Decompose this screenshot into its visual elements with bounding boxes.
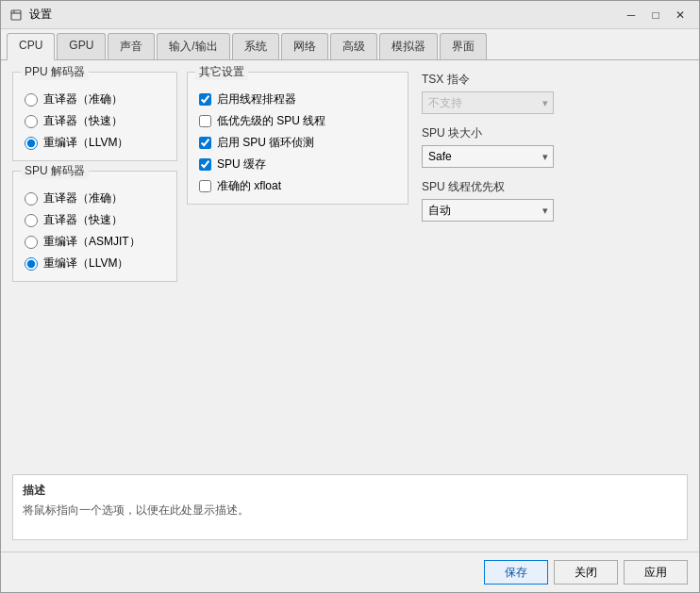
tab-sound[interactable]: 声音 bbox=[108, 33, 155, 59]
spu-priority-select[interactable]: 自动高低 bbox=[422, 199, 554, 222]
description-title: 描述 bbox=[23, 483, 677, 499]
spu-option-interp-precise-label: 直译器（准确） bbox=[43, 190, 123, 206]
spu-block-size-select[interactable]: SafeMegaGiga bbox=[422, 145, 554, 168]
option-accurate-xfloat[interactable]: 准确的 xfloat bbox=[199, 178, 396, 194]
ppu-decoder-label: PPU 解码器 bbox=[21, 64, 89, 80]
ppu-option-interp-fast[interactable]: 直译器（快速） bbox=[25, 113, 165, 129]
description-area: 描述 将鼠标指向一个选项，以便在此处显示描述。 bbox=[12, 474, 688, 540]
maximize-button[interactable]: □ bbox=[644, 5, 667, 25]
ppu-option-recompile-llvm[interactable]: 重编译（LLVM） bbox=[25, 135, 165, 151]
option-accurate-xfloat-label: 准确的 xfloat bbox=[217, 178, 281, 194]
spu-option-recompile-llvm[interactable]: 重编译（LLVM） bbox=[25, 255, 165, 272]
tab-bar: CPU GPU 声音 输入/输出 系统 网络 高级 模拟器 界面 bbox=[1, 29, 699, 60]
option-thread-scheduler[interactable]: 启用线程排程器 bbox=[199, 91, 396, 107]
tab-cpu[interactable]: CPU bbox=[7, 33, 55, 60]
spu-option-interp-fast-label: 直译器（快速） bbox=[43, 212, 123, 228]
tsx-label: TSX 指令 bbox=[422, 72, 554, 88]
ppu-option-interp-precise-label: 直译器（准确） bbox=[43, 91, 123, 107]
spu-priority-wrapper[interactable]: 自动高低 bbox=[422, 199, 554, 222]
option-spu-loop-detect-label: 启用 SPU 循环侦测 bbox=[217, 135, 314, 151]
spu-block-size-wrapper[interactable]: SafeMegaGiga bbox=[422, 145, 554, 168]
ppu-option-recompile-llvm-label: 重编译（LLVM） bbox=[43, 135, 128, 151]
right-panel: TSX 指令 不支持 SPU 块大小 SafeMegaGiga SPU 线程优先… bbox=[422, 72, 554, 222]
option-spu-cache-label: SPU 缓存 bbox=[217, 156, 266, 173]
spu-priority-label: SPU 线程优先权 bbox=[422, 179, 554, 195]
spu-decoder-label: SPU 解码器 bbox=[21, 163, 89, 179]
option-thread-scheduler-label: 启用线程排程器 bbox=[217, 91, 296, 107]
ppu-option-interp-fast-label: 直译器（快速） bbox=[43, 113, 123, 129]
close-button[interactable]: 关闭 bbox=[554, 560, 618, 585]
spu-option-interp-fast[interactable]: 直译器（快速） bbox=[25, 212, 165, 228]
spu-option-recompile-asmjit-label: 重编译（ASMJIT） bbox=[43, 234, 141, 250]
tab-advanced[interactable]: 高级 bbox=[330, 33, 377, 59]
other-settings-label: 其它设置 bbox=[195, 64, 248, 80]
save-button[interactable]: 保存 bbox=[484, 560, 548, 585]
tsx-group: TSX 指令 不支持 bbox=[422, 72, 554, 114]
option-spu-loop-detect[interactable]: 启用 SPU 循环侦测 bbox=[199, 135, 396, 151]
svg-rect-0 bbox=[11, 10, 21, 20]
ppu-decoder-options: 直译器（准确） 直译器（快速） 重编译（LLVM） bbox=[25, 91, 165, 151]
ppu-decoder-panel: PPU 解码器 直译器（准确） 直译器（快速） 重编译（LLVM） bbox=[12, 72, 177, 161]
tab-system[interactable]: 系统 bbox=[232, 33, 279, 59]
minimize-button[interactable]: ─ bbox=[620, 5, 642, 25]
title-bar-buttons: ─ □ ✕ bbox=[620, 5, 692, 25]
tsx-select-wrapper: 不支持 bbox=[422, 91, 554, 114]
tab-emulator[interactable]: 模拟器 bbox=[379, 33, 438, 59]
description-text: 将鼠标指向一个选项，以便在此处显示描述。 bbox=[23, 502, 677, 519]
spu-decoder-options: 直译器（准确） 直译器（快速） 重编译（ASMJIT） 重编译（LLV bbox=[25, 190, 165, 272]
spu-option-recompile-asmjit[interactable]: 重编译（ASMJIT） bbox=[25, 234, 165, 250]
footer: 保存 关闭 应用 bbox=[1, 552, 699, 592]
close-window-button[interactable]: ✕ bbox=[669, 5, 692, 25]
settings-row: PPU 解码器 直译器（准确） 直译器（快速） 重编译（LLVM） bbox=[12, 72, 688, 474]
tab-gpu[interactable]: GPU bbox=[57, 33, 106, 59]
tab-io[interactable]: 输入/输出 bbox=[157, 33, 229, 59]
settings-window: 设置 ─ □ ✕ CPU GPU 声音 输入/输出 系统 网络 高级 模拟器 界… bbox=[0, 0, 700, 593]
spu-block-size-label: SPU 块大小 bbox=[422, 125, 554, 141]
other-settings-panel: 其它设置 启用线程排程器 低优先级的 SPU 线程 启用 SPU 循环侦测 bbox=[187, 72, 408, 205]
option-low-priority-spu-label: 低优先级的 SPU 线程 bbox=[217, 113, 325, 129]
tsx-select: 不支持 bbox=[422, 91, 554, 114]
tab-ui[interactable]: 界面 bbox=[440, 33, 487, 59]
other-settings-options: 启用线程排程器 低优先级的 SPU 线程 启用 SPU 循环侦测 SPU 缓存 bbox=[199, 91, 396, 194]
spu-option-interp-precise[interactable]: 直译器（准确） bbox=[25, 190, 165, 206]
spu-block-group: SPU 块大小 SafeMegaGiga bbox=[422, 125, 554, 168]
window-icon bbox=[8, 8, 24, 23]
spu-priority-group: SPU 线程优先权 自动高低 bbox=[422, 179, 554, 222]
content-area: PPU 解码器 直译器（准确） 直译器（快速） 重编译（LLVM） bbox=[1, 60, 699, 552]
title-bar: 设置 ─ □ ✕ bbox=[1, 1, 699, 29]
spu-option-recompile-llvm-label: 重编译（LLVM） bbox=[43, 255, 128, 272]
spu-decoder-panel: SPU 解码器 直译器（准确） 直译器（快速） 重编译（ASMJIT） bbox=[12, 171, 177, 282]
apply-button[interactable]: 应用 bbox=[624, 560, 688, 585]
tab-network[interactable]: 网络 bbox=[281, 33, 328, 59]
window-title: 设置 bbox=[29, 7, 620, 23]
option-spu-cache[interactable]: SPU 缓存 bbox=[199, 156, 396, 173]
option-low-priority-spu[interactable]: 低优先级的 SPU 线程 bbox=[199, 113, 396, 129]
ppu-option-interp-precise[interactable]: 直译器（准确） bbox=[25, 91, 165, 107]
